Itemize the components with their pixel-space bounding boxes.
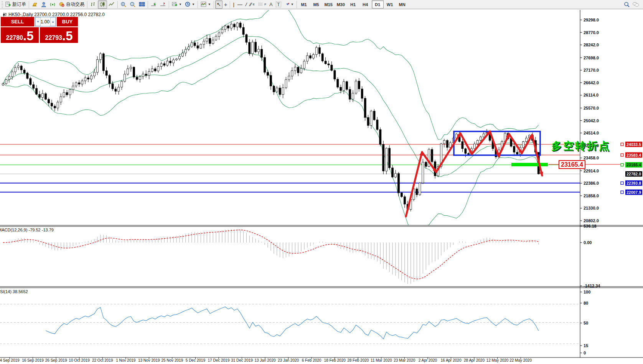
bar-chart-button[interactable] [89,0,98,9]
svg-text:22 May 2020: 22 May 2020 [509,358,532,362]
turning-point-annotation[interactable]: 多空转折点 [551,139,611,153]
gold-button[interactable] [30,0,40,9]
chart-canvas[interactable]: 29298.028770.028242.027698.027170.026642… [0,10,643,364]
horizontal-line-icon: — [237,2,242,7]
line-handle [621,143,623,146]
volume-decrease-button[interactable]: ▼ [35,17,41,26]
zoom-in-button[interactable] [119,0,128,9]
svg-text:16 Apr 2020: 16 Apr 2020 [441,358,462,362]
timeframe-button-w1[interactable]: W1 [384,0,396,8]
svg-text:16 Sep 2019: 16 Sep 2019 [22,358,44,362]
shapes-dropdown[interactable]: ▼ [283,0,295,9]
svg-text:2 Apr 2020: 2 Apr 2020 [419,358,437,362]
caret-down-icon: ▼ [291,3,294,6]
new-chart-dropdown[interactable]: ▼ [170,0,183,9]
buy-price[interactable]: 22793.5 [40,27,78,43]
svg-text:11 Mar 2020: 11 Mar 2020 [371,358,392,362]
line-chart-icon [109,2,115,7]
timeframe-button-d1[interactable]: D1 [372,0,384,8]
signal-button[interactable] [48,0,57,9]
volume-input[interactable]: 1.00 [41,17,50,26]
svg-text:18 Feb 2020: 18 Feb 2020 [324,358,346,362]
svg-text:10 Oct 2019: 10 Oct 2019 [69,358,90,362]
rsi-indicator-label: RSI(14) 38.5652 [0,289,28,294]
indicators-dropdown[interactable]: ▼ [199,0,213,9]
clock-icon [185,2,191,7]
channel-icon: ⁄⁄ [250,2,251,7]
gold-icon [32,2,38,7]
symbol-info-bar: HK50-,Daily 23700.0 23700.0 22756.0 2278… [3,12,105,17]
toolbar-grip [2,1,3,8]
search-icon[interactable] [624,2,630,8]
zoom-in-icon [120,2,127,8]
cursor-icon: ↖ [217,2,221,7]
label-tool[interactable]: T [274,0,283,9]
zoom-out-button[interactable] [128,0,137,9]
timeframe-button-m15[interactable]: M15 [323,0,335,8]
sell-price[interactable]: 22780.5 [1,27,39,43]
horizontal-line-tool[interactable]: — [236,0,244,9]
new-order-icon [5,2,11,7]
svg-text:26114.0: 26114.0 [584,93,598,97]
svg-text:5 Dec 2019: 5 Dec 2019 [186,358,206,362]
timeframe-button-m5[interactable]: M5 [310,0,322,8]
buy-button[interactable]: BUY [57,17,78,26]
symbol-ohlc-text: HK50-,Daily 23700.0 23700.0 22756.0 2278… [8,12,105,17]
caret-down-icon: ▼ [208,3,211,6]
svg-text:13 Nov 2019: 13 Nov 2019 [138,358,160,362]
zoom-out-icon [130,2,136,8]
auto-scroll-button[interactable] [149,0,158,9]
mt4-window: 新订单 自动交易 [0,0,643,364]
vertical-line-icon: | [233,2,234,7]
auto-trading-button[interactable]: 自动交易 [57,0,86,9]
new-order-label: 新订单 [12,1,26,8]
vertical-line-tool[interactable]: | [231,0,236,9]
new-chart-icon [172,2,178,7]
chart-shift-button[interactable] [158,0,168,9]
indicators-icon [201,2,207,7]
timeframe-button-mn[interactable]: MN [396,0,408,8]
svg-text:21330.0: 21330.0 [584,206,599,210]
svg-text:13 Jan 2020: 13 Jan 2020 [254,358,275,362]
svg-text:28 Apr 2020: 28 Apr 2020 [464,358,485,362]
accounts-button[interactable] [40,0,48,9]
svg-text:23165.4: 23165.4 [627,162,641,167]
period-dropdown[interactable]: ▼ [183,0,196,9]
fibonacci-tool[interactable]: F [256,0,268,9]
macd-indicator-label: MACD(12,26,9) -79.52 -13.79 [0,228,54,232]
crosshair-icon: + [224,2,228,7]
level-callout-label[interactable]: 23165.4 [559,160,585,169]
chat-icon[interactable] [632,2,639,7]
svg-text:29298.0: 29298.0 [584,18,599,22]
timeframe-button-h4[interactable]: H4 [359,0,371,8]
channel-tool[interactable]: ⁄⁄E [248,0,256,9]
svg-text:1 Nov 2019: 1 Nov 2019 [116,358,136,362]
chart-region: 29298.028770.028242.027698.027170.026642… [0,10,643,364]
timeframe-button-m1[interactable]: M1 [298,0,310,8]
svg-text:80: 80 [584,301,588,305]
volume-increase-button[interactable]: ▲ [50,17,56,26]
text-tool[interactable]: A [268,0,274,9]
timeframe-button-h1[interactable]: H1 [347,0,359,8]
svg-text:-1412.34: -1412.34 [584,284,600,288]
new-order-button[interactable]: 新订单 [4,0,28,9]
svg-text:25 Nov 2019: 25 Nov 2019 [161,358,183,362]
time-axis[interactable]: 4 Sep 201916 Sep 201926 Sep 201910 Oct 2… [0,357,532,362]
line-chart-button[interactable] [107,0,116,9]
svg-text:22 Oct 2019: 22 Oct 2019 [92,358,113,362]
cursor-tool-button[interactable]: ↖ [215,0,223,9]
svg-text:26 Sep 2019: 26 Sep 2019 [45,358,67,362]
signal-icon [50,2,56,7]
chart-symbol-icon [3,13,7,17]
svg-text:17 Dec 2019: 17 Dec 2019 [208,358,230,362]
bar-chart-icon [90,2,96,7]
trendline-tool[interactable]: / [244,0,249,9]
caret-down-icon: ▼ [192,3,195,6]
tile-windows-button[interactable] [137,0,147,9]
support-highlight-bar[interactable] [511,163,548,166]
candlestick-chart-button[interactable] [98,0,107,9]
timeframe-button-m30[interactable]: M30 [335,0,347,8]
sell-button[interactable]: SELL [1,17,34,26]
svg-text:22914.0: 22914.0 [584,169,599,173]
crosshair-tool-button[interactable]: + [223,0,229,9]
